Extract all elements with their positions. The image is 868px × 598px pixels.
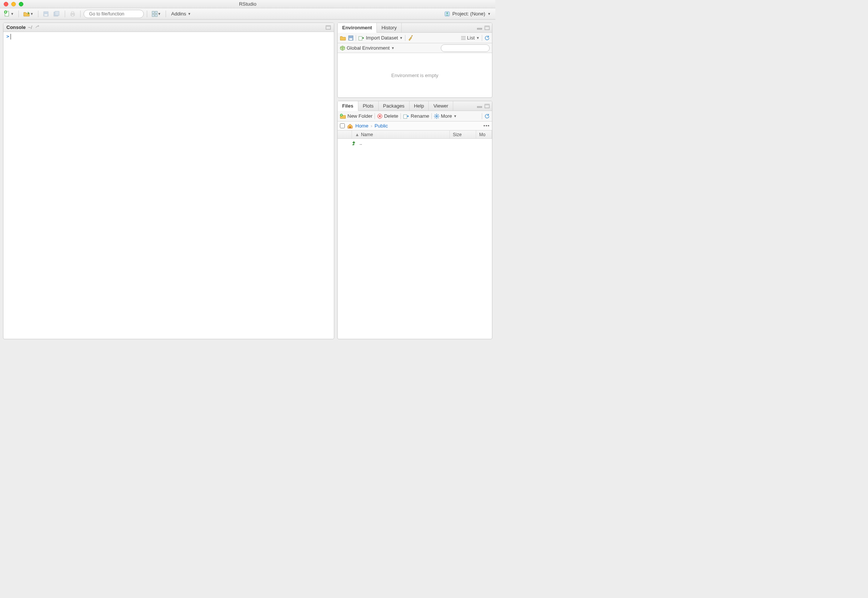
maximize-pane-icon[interactable] <box>484 26 490 30</box>
svg-rect-9 <box>152 11 154 14</box>
env-empty-message: Environment is empty <box>391 73 439 78</box>
col-modified[interactable]: Mo <box>476 131 492 138</box>
new-folder-button[interactable]: New Folder <box>340 113 372 119</box>
parent-dir-label: .. <box>359 140 362 146</box>
tab-files[interactable]: Files <box>338 101 358 111</box>
save-button[interactable] <box>41 10 50 18</box>
env-search-field[interactable] <box>441 44 490 52</box>
more-label: More <box>441 113 452 119</box>
right-pane: Environment History Import Datas <box>337 23 492 339</box>
breadcrumb-public[interactable]: Public <box>375 123 388 129</box>
env-toolbar: Import Dataset ▼ List ▼ <box>338 33 492 43</box>
svg-rect-7 <box>72 12 74 13</box>
console-prompt: > <box>6 33 9 39</box>
svg-line-43 <box>435 117 436 118</box>
minimize-pane-icon[interactable] <box>477 104 482 108</box>
svg-rect-8 <box>72 15 74 16</box>
console-header: Console ~/ <box>3 23 334 32</box>
env-body: Environment is empty <box>338 53 492 97</box>
select-all-checkbox[interactable] <box>340 123 345 128</box>
svg-line-41 <box>438 117 439 118</box>
import-dataset-button[interactable]: Import Dataset ▼ <box>358 35 403 41</box>
svg-rect-10 <box>155 11 157 14</box>
minimize-window-button[interactable] <box>11 2 16 6</box>
list-label: List <box>467 35 475 41</box>
import-label: Import Dataset <box>366 35 398 41</box>
home-icon[interactable] <box>347 123 353 129</box>
sort-asc-icon: ▲ <box>355 132 359 137</box>
addins-label: Addins <box>171 11 186 17</box>
folder-open-icon <box>23 11 30 17</box>
console-path: ~/ <box>28 24 32 30</box>
rename-label: Rename <box>411 113 429 119</box>
close-window-button[interactable] <box>4 2 8 6</box>
save-workspace-button[interactable] <box>348 35 353 41</box>
goto-file-function-field[interactable] <box>84 10 144 18</box>
rename-button[interactable]: Rename <box>403 113 429 119</box>
maximize-pane-icon[interactable] <box>326 25 331 30</box>
minimize-pane-icon[interactable] <box>477 26 482 30</box>
clear-workspace-button[interactable] <box>408 35 413 41</box>
save-icon <box>348 35 353 41</box>
dropdown-caret-icon: ▼ <box>454 114 457 118</box>
workspace-panes-button[interactable]: ▼ <box>150 10 163 18</box>
parent-dir-row[interactable]: .. <box>338 139 492 147</box>
separator <box>65 11 65 17</box>
svg-rect-3 <box>44 14 47 16</box>
refresh-files-button[interactable] <box>484 114 490 119</box>
svg-rect-31 <box>485 104 489 105</box>
tab-packages[interactable]: Packages <box>379 101 410 111</box>
env-view-menu[interactable]: List ▼ <box>461 35 480 41</box>
goto-input[interactable] <box>89 11 146 17</box>
breadcrumb-home[interactable]: Home <box>355 123 369 129</box>
gear-icon <box>434 114 439 119</box>
new-file-button[interactable]: ▼ <box>2 10 15 18</box>
console-body[interactable]: > <box>3 32 334 339</box>
env-search-input[interactable] <box>445 46 492 51</box>
dropdown-caret-icon: ▼ <box>158 12 161 16</box>
tab-history[interactable]: History <box>377 23 401 32</box>
col-size[interactable]: Size <box>450 131 476 138</box>
separator <box>405 35 405 41</box>
breadcrumb-separator-icon: › <box>371 123 372 129</box>
env-scope-selector[interactable]: Global Environment ▼ <box>340 45 394 51</box>
col-name[interactable]: ▲ Name <box>352 131 450 138</box>
tab-environment[interactable]: Environment <box>338 23 377 33</box>
new-folder-icon <box>340 114 346 119</box>
project-icon <box>444 11 450 17</box>
window-title-bar: RStudio <box>0 0 495 8</box>
maximize-pane-icon[interactable] <box>484 104 490 108</box>
zoom-window-button[interactable] <box>19 2 23 6</box>
delete-button[interactable]: Delete <box>377 113 398 119</box>
tab-plots[interactable]: Plots <box>358 101 379 111</box>
svg-rect-17 <box>477 28 482 29</box>
project-menu[interactable]: Project: (None) ▼ <box>444 11 493 17</box>
path-options-button[interactable]: ••• <box>483 123 490 129</box>
broom-icon <box>408 35 413 41</box>
folder-open-icon <box>340 35 346 41</box>
files-breadcrumb: Home › Public ••• <box>338 121 492 131</box>
list-icon <box>461 36 466 40</box>
separator <box>147 11 147 17</box>
window-title: RStudio <box>0 1 495 7</box>
files-toolbar: New Folder Delete Rename More ▼ <box>338 111 492 121</box>
popout-icon[interactable] <box>35 25 40 30</box>
refresh-button[interactable] <box>484 35 490 41</box>
addins-menu[interactable]: Addins ▼ <box>169 11 193 17</box>
svg-line-23 <box>411 35 413 36</box>
open-file-button[interactable]: ▼ <box>22 10 35 18</box>
save-all-button[interactable] <box>52 10 62 18</box>
dropdown-caret-icon: ▼ <box>11 12 14 16</box>
more-button[interactable]: More ▼ <box>434 113 457 119</box>
refresh-icon <box>484 114 490 119</box>
console-cursor <box>11 34 11 39</box>
separator <box>400 113 401 119</box>
svg-point-14 <box>446 12 448 14</box>
load-workspace-button[interactable] <box>340 35 346 41</box>
tab-help[interactable]: Help <box>410 101 429 111</box>
dropdown-caret-icon: ▼ <box>476 36 480 40</box>
tab-viewer[interactable]: Viewer <box>429 101 453 111</box>
separator <box>431 113 432 119</box>
print-button[interactable] <box>68 10 77 18</box>
separator <box>375 113 375 119</box>
